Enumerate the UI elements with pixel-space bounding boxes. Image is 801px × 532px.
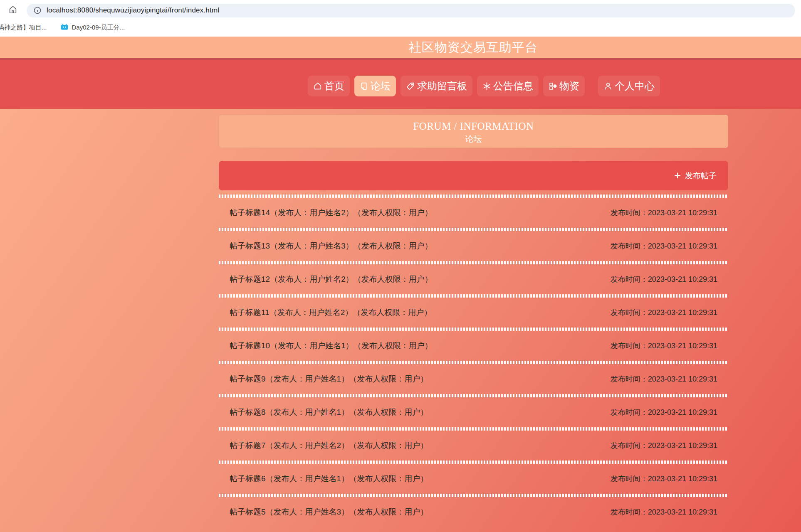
- forum-banner-title: FORUM / INFORMATION: [219, 120, 728, 133]
- bilibili-icon: [60, 23, 69, 32]
- post-publish-time: 发布时间：2023-03-21 10:29:31: [611, 374, 717, 384]
- grid-icon: [549, 82, 557, 91]
- post-publish-time: 发布时间：2023-03-21 10:29:31: [611, 407, 717, 417]
- post-publish-time: 发布时间：2023-03-21 10:29:31: [611, 274, 717, 284]
- post-row[interactable]: 帖子标题6（发布人：用户姓名1）（发布人权限：用户） 发布时间：2023-03-…: [219, 464, 728, 494]
- page-background: FORUM / INFORMATION 论坛 + 发布帖子 帖子标题14（发布人…: [0, 109, 801, 532]
- dotted-divider: [219, 294, 728, 298]
- post-title: 帖子标题13（发布人：用户姓名3）（发布人权限：用户）: [230, 241, 433, 251]
- post-row[interactable]: 帖子标题10（发布人：用户姓名1）（发布人权限：用户） 发布时间：2023-03…: [219, 331, 728, 361]
- post-title: 帖子标题12（发布人：用户姓名2）（发布人权限：用户）: [230, 274, 433, 285]
- post-row[interactable]: 帖子标题8（发布人：用户姓名1）（发布人权限：用户） 发布时间：2023-03-…: [219, 397, 728, 427]
- home-button[interactable]: [6, 3, 20, 17]
- info-icon[interactable]: [33, 6, 42, 15]
- post-title: 帖子标题6（发布人：用户姓名1）（发布人权限：用户）: [230, 473, 428, 484]
- browser-toolbar: localhost:8080/shequwuzijiaoyipingtai/fr…: [0, 0, 801, 18]
- bookmark-label: Day02-09-员工分...: [72, 24, 125, 32]
- bookmark-label: 码神之路】项目...: [0, 24, 47, 32]
- person-icon: [603, 81, 613, 91]
- post-row[interactable]: 帖子标题9（发布人：用户姓名1）（发布人权限：用户） 发布时间：2023-03-…: [219, 364, 728, 394]
- site-header: 社区物资交易互助平台: [0, 37, 801, 58]
- browser-chrome: localhost:8080/shequwuzijiaoyipingtai/fr…: [0, 0, 801, 37]
- post-publish-time: 发布时间：2023-03-21 10:29:31: [611, 208, 717, 218]
- home-icon: [8, 5, 17, 16]
- nav-item-label: 首页: [324, 79, 344, 93]
- post-row[interactable]: 帖子标题11（发布人：用户姓名2）（发布人权限：用户） 发布时间：2023-03…: [219, 298, 728, 328]
- nav-item-help-board[interactable]: 求助留言板: [400, 76, 472, 96]
- post-list: 帖子标题14（发布人：用户姓名2）（发布人权限：用户） 发布时间：2023-03…: [219, 195, 728, 527]
- asterisk-icon: [482, 82, 491, 91]
- nav-item-label: 物资: [559, 79, 579, 93]
- nav-item-forum[interactable]: 论坛: [354, 76, 396, 96]
- dotted-divider: [219, 427, 728, 431]
- post-publish-time: 发布时间：2023-03-21 10:29:31: [611, 308, 717, 318]
- publish-post-button[interactable]: + 发布帖子: [674, 170, 717, 181]
- main-nav: 首页 论坛 求助留言板: [0, 58, 801, 109]
- nav-item-home[interactable]: 首页: [308, 76, 350, 96]
- post-title: 帖子标题5（发布人：用户姓名3）（发布人权限：用户）: [230, 507, 428, 517]
- bookmark-item[interactable]: 码神之路】项目...: [0, 24, 47, 32]
- post-title: 帖子标题8（发布人：用户姓名1）（发布人权限：用户）: [230, 407, 428, 418]
- dotted-divider: [219, 328, 728, 331]
- nav-item-label: 个人中心: [615, 79, 655, 93]
- post-title: 帖子标题14（发布人：用户姓名2）（发布人权限：用户）: [230, 207, 433, 218]
- post-title: 帖子标题11（发布人：用户姓名2）（发布人权限：用户）: [230, 307, 432, 318]
- plus-icon: +: [674, 170, 681, 181]
- bookmark-item[interactable]: Day02-09-员工分...: [60, 23, 125, 32]
- page-title: 社区物资交易互助平台: [0, 39, 801, 56]
- home-icon: [313, 81, 322, 91]
- post-row[interactable]: 帖子标题5（发布人：用户姓名3）（发布人权限：用户） 发布时间：2023-03-…: [219, 497, 728, 527]
- dotted-divider: [219, 461, 728, 464]
- post-publish-time: 发布时间：2023-03-21 10:29:31: [611, 507, 717, 517]
- nav-item-profile[interactable]: 个人中心: [598, 76, 660, 96]
- url-text: localhost:8080/shequwuzijiaoyipingtai/fr…: [47, 6, 219, 15]
- address-bar[interactable]: localhost:8080/shequwuzijiaoyipingtai/fr…: [27, 4, 795, 17]
- nav-item-goods[interactable]: 物资: [543, 76, 585, 96]
- dotted-divider: [219, 228, 728, 231]
- bookmarks-bar: 码神之路】项目... Day02-09-员工分...: [0, 19, 801, 36]
- forum-toolbar: + 发布帖子: [219, 161, 728, 190]
- post-publish-time: 发布时间：2023-03-21 10:29:31: [611, 474, 717, 484]
- dotted-divider: [219, 494, 728, 497]
- forum-banner-subtitle: 论坛: [219, 133, 728, 145]
- dotted-divider: [219, 394, 728, 397]
- nav-item-announcements[interactable]: 公告信息: [477, 76, 539, 96]
- forum-content: FORUM / INFORMATION 论坛 + 发布帖子 帖子标题14（发布人…: [219, 109, 728, 527]
- post-row[interactable]: 帖子标题13（发布人：用户姓名3）（发布人权限：用户） 发布时间：2023-03…: [219, 231, 728, 261]
- post-title: 帖子标题9（发布人：用户姓名1）（发布人权限：用户）: [230, 374, 428, 384]
- forum-banner: FORUM / INFORMATION 论坛: [219, 115, 728, 148]
- nav-item-label: 公告信息: [493, 79, 533, 93]
- post-publish-time: 发布时间：2023-03-21 10:29:31: [611, 441, 717, 451]
- post-row[interactable]: 帖子标题7（发布人：用户姓名2）（发布人权限：用户） 发布时间：2023-03-…: [219, 431, 728, 461]
- nav-item-label: 求助留言板: [417, 79, 467, 93]
- tag-icon: [406, 81, 415, 91]
- post-title: 帖子标题7（发布人：用户姓名2）（发布人权限：用户）: [230, 440, 428, 451]
- dotted-divider: [219, 361, 728, 364]
- nav-item-label: 论坛: [371, 79, 391, 93]
- dotted-divider: [219, 261, 728, 264]
- post-row[interactable]: 帖子标题14（发布人：用户姓名2）（发布人权限：用户） 发布时间：2023-03…: [219, 198, 728, 228]
- post-title: 帖子标题10（发布人：用户姓名1）（发布人权限：用户）: [230, 340, 433, 351]
- publish-post-label: 发布帖子: [685, 170, 717, 181]
- forum-document-icon: [360, 82, 368, 91]
- post-publish-time: 发布时间：2023-03-21 10:29:31: [611, 241, 717, 251]
- post-publish-time: 发布时间：2023-03-21 10:29:31: [611, 341, 717, 351]
- post-row[interactable]: 帖子标题12（发布人：用户姓名2）（发布人权限：用户） 发布时间：2023-03…: [219, 264, 728, 294]
- dotted-divider: [219, 195, 728, 198]
